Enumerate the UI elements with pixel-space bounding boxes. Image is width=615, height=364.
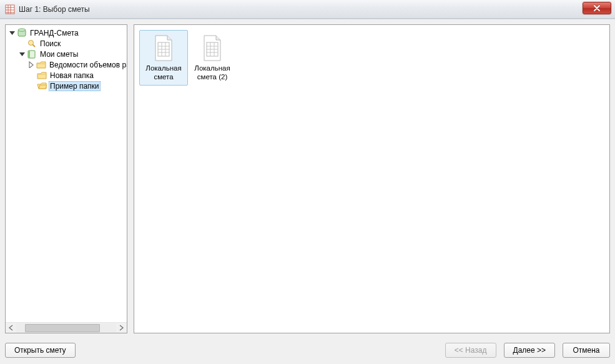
tree-search[interactable]: Поиск (16, 38, 127, 49)
expander-placeholder (28, 72, 36, 79)
tree-root[interactable]: ГРАНД-Смета (6, 27, 127, 38)
tree-horizontal-scrollbar[interactable] (6, 322, 127, 333)
content-pane[interactable]: Локальная смета Локальная смета (2) (134, 24, 610, 333)
window-title: Шаг 1: Выбор сметы (19, 5, 90, 14)
scroll-track[interactable] (16, 323, 116, 333)
file-item-0-line2: смета (154, 73, 173, 81)
file-item-0-line1: Локальная (145, 64, 181, 72)
client-area: ГРАНД-Смета Поиск (0, 19, 615, 364)
expander-placeholder (18, 40, 26, 47)
tree-search-label: Поиск (39, 39, 62, 48)
tree-my-estimates-label: Мои сметы (39, 50, 80, 59)
file-item-1-line2: смета (2) (197, 73, 227, 81)
next-button[interactable]: Далее >> (504, 343, 556, 358)
chevron-down-icon[interactable] (18, 51, 26, 58)
chevron-right-icon[interactable] (28, 61, 35, 69)
scroll-thumb[interactable] (25, 324, 100, 332)
cancel-button[interactable]: Отмена (563, 343, 610, 358)
database-icon (17, 28, 27, 38)
tree-folder-2-label: Пример папки (49, 81, 101, 91)
folder-icon (37, 71, 47, 81)
panes: ГРАНД-Смета Поиск (5, 24, 610, 333)
tree-pane: ГРАНД-Смета Поиск (5, 24, 127, 333)
item-list: Локальная смета Локальная смета (2) (139, 30, 604, 86)
search-icon (27, 39, 37, 49)
scroll-left-button[interactable] (6, 323, 16, 333)
scroll-right-button[interactable] (116, 323, 127, 333)
document-icon (152, 34, 175, 62)
folder-open-icon (37, 81, 47, 91)
chevron-down-icon[interactable] (8, 29, 16, 37)
tree-root-label: ГРАНД-Смета (29, 29, 80, 37)
button-bar: Открыть смету << Назад Далее >> Отмена (5, 343, 610, 358)
tree-folder-1[interactable]: Новая папка (26, 70, 127, 81)
tree-my-estimates[interactable]: Мои сметы (16, 49, 127, 59)
tree-view[interactable]: ГРАНД-Смета Поиск (6, 25, 127, 322)
app-icon (5, 4, 15, 14)
book-icon (27, 49, 37, 59)
tree-folder-0[interactable]: Ведомости объемов ра (26, 59, 127, 70)
window-close-button[interactable] (583, 2, 611, 14)
close-icon (594, 5, 600, 11)
open-estimate-button[interactable]: Открыть смету (5, 343, 76, 358)
folder-icon (36, 60, 46, 70)
document-icon (201, 34, 224, 62)
file-item-1[interactable]: Локальная смета (2) (188, 30, 237, 86)
expander-placeholder (28, 82, 36, 90)
back-button: << Назад (445, 343, 496, 358)
file-item-1-line1: Локальная (194, 64, 230, 72)
tree-folder-2[interactable]: Пример папки (26, 81, 127, 91)
file-item-0[interactable]: Локальная смета (139, 30, 188, 86)
tree-folder-1-label: Новая папка (49, 71, 95, 80)
tree-folder-0-label: Ведомости объемов ра (48, 61, 127, 69)
title-bar: Шаг 1: Выбор сметы (0, 0, 615, 19)
